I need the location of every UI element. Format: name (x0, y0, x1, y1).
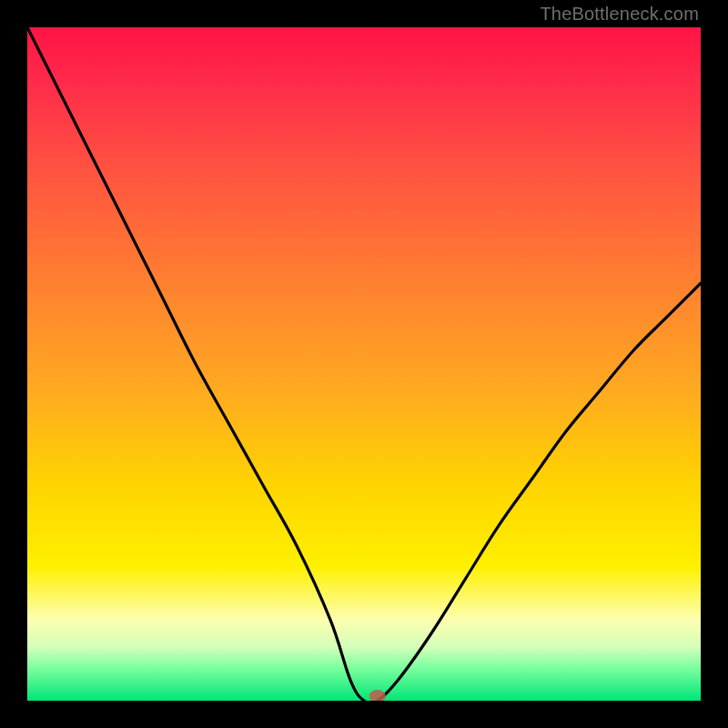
watermark-text: TheBottleneck.com (540, 4, 699, 25)
optimal-point-marker (369, 690, 386, 701)
chart-frame: TheBottleneck.com (0, 0, 728, 728)
bottleneck-curve (27, 27, 701, 701)
plot-area (27, 27, 701, 701)
curve-layer (27, 27, 701, 701)
